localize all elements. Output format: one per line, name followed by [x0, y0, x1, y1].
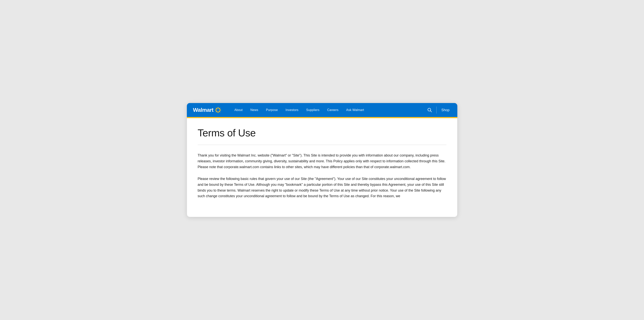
nav-divider: [436, 106, 437, 113]
nav-link-news[interactable]: News: [246, 103, 262, 117]
nav-link-purpose[interactable]: Purpose: [262, 103, 282, 117]
nav-link-investors[interactable]: Investors: [282, 103, 302, 117]
svg-point-2: [215, 110, 217, 111]
content-divider: [198, 145, 446, 145]
search-icon: [428, 108, 432, 112]
page-title: Terms of Use: [198, 127, 446, 138]
navbar: Walmart: [187, 103, 457, 117]
svg-point-3: [219, 110, 221, 111]
browser-window: Walmart: [187, 103, 458, 217]
nav-link-ask-walmart[interactable]: Ask Walmart: [342, 103, 368, 117]
brand-name: Walmart: [193, 107, 214, 113]
search-button[interactable]: [426, 106, 433, 114]
svg-point-6: [216, 107, 218, 109]
brand-logo[interactable]: Walmart: [193, 107, 221, 113]
svg-line-9: [430, 111, 432, 112]
svg-point-7: [218, 111, 220, 112]
svg-point-4: [218, 107, 220, 109]
nav-link-careers[interactable]: Careers: [323, 103, 342, 117]
svg-point-1: [218, 111, 218, 113]
nav-links: About News Purpose Investors Suppliers C…: [230, 103, 426, 117]
nav-link-about[interactable]: About: [230, 103, 246, 117]
paragraph-2: Please review the following basic rules …: [198, 176, 446, 199]
spark-icon: [215, 107, 221, 113]
main-content: Terms of Use Thank you for visiting the …: [187, 118, 457, 217]
paragraph-1: Thank you for visiting the Walmart Inc. …: [198, 153, 446, 170]
shop-link[interactable]: Shop: [440, 108, 451, 112]
svg-point-5: [216, 111, 218, 112]
nav-right: Shop: [426, 106, 451, 114]
svg-point-0: [218, 107, 218, 109]
nav-link-suppliers[interactable]: Suppliers: [302, 103, 324, 117]
